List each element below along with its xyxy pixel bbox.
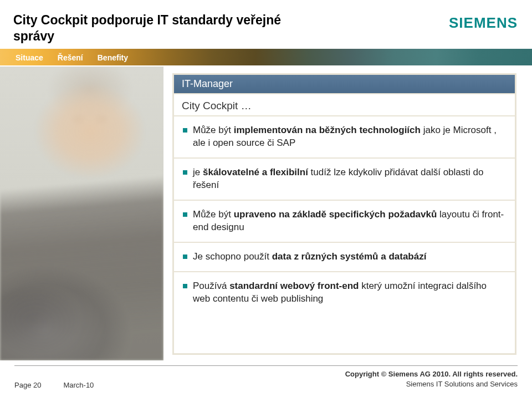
bullet-icon	[183, 255, 187, 259]
bullet-row-3: Může být upraveno na základě specifickýc…	[174, 201, 515, 243]
content: IT-Manager City Cockpit … Může být imple…	[0, 67, 532, 360]
row-text: je	[193, 167, 203, 177]
photo-manager	[0, 67, 163, 360]
panel-frame: IT-Manager City Cockpit … Může být imple…	[172, 73, 516, 355]
siemens-logo: SIEMENS	[449, 14, 518, 32]
tab-benefity[interactable]: Benefity	[92, 51, 134, 64]
footer-divider	[14, 365, 518, 366]
row-text: Je schopno použít	[193, 251, 272, 262]
copyright: Copyright © Siemens AG 2010. All rights …	[345, 369, 518, 379]
page-number: Page 20	[14, 381, 41, 389]
header: City Cockpit podporuje IT standardy veře…	[0, 0, 532, 49]
footer-right: Copyright © Siemens AG 2010. All rights …	[345, 369, 518, 389]
tab-reseni[interactable]: Řešení	[52, 51, 89, 64]
bullet-icon	[183, 170, 187, 175]
footer-left: Page 20 March-10	[14, 381, 94, 389]
bullet-row-1: Může být implementován na běžných techno…	[174, 116, 515, 159]
row-text-bold: škálovatelné a flexibilní	[203, 167, 308, 177]
bullet-row-2: je škálovatelné a flexibilní tudíž lze k…	[174, 159, 515, 201]
org-name: Siemens IT Solutions and Services	[345, 379, 518, 389]
bullet-row-5: Používá standardní webový front-end kter…	[174, 272, 515, 313]
row-text: Může být	[193, 209, 234, 220]
row-text: Používá	[193, 281, 229, 291]
row-text: Může být	[193, 125, 234, 135]
row-text-bold: standardní webový front-end	[229, 281, 359, 291]
bullet-icon	[183, 212, 187, 217]
tabs: Situace Řešení Benefity	[10, 51, 134, 64]
row-text-bold: implementován na běžných technologiích	[234, 125, 421, 135]
panel-subtitle: City Cockpit …	[174, 94, 515, 116]
panel-header: IT-Manager	[174, 75, 515, 94]
page-title: City Cockpit podporuje IT standardy veře…	[13, 12, 314, 44]
title-block: City Cockpit podporuje IT standardy veře…	[0, 0, 327, 50]
footer-date: March-10	[63, 381, 94, 389]
panel-body: Může být implementován na běžných techno…	[174, 116, 515, 353]
bullet-icon	[183, 284, 187, 288]
row-text-bold: data z různých systémů a databází	[272, 251, 427, 262]
bullet-row-4: Je schopno použít data z různých systémů…	[174, 243, 515, 272]
tab-situace[interactable]: Situace	[10, 51, 49, 64]
footer: Page 20 March-10 Copyright © Siemens AG …	[0, 369, 532, 389]
row-text-bold: upraveno na základě specifických požadav…	[234, 209, 437, 220]
bullet-icon	[183, 128, 187, 133]
panel-column: IT-Manager City Cockpit … Může být imple…	[163, 67, 532, 360]
